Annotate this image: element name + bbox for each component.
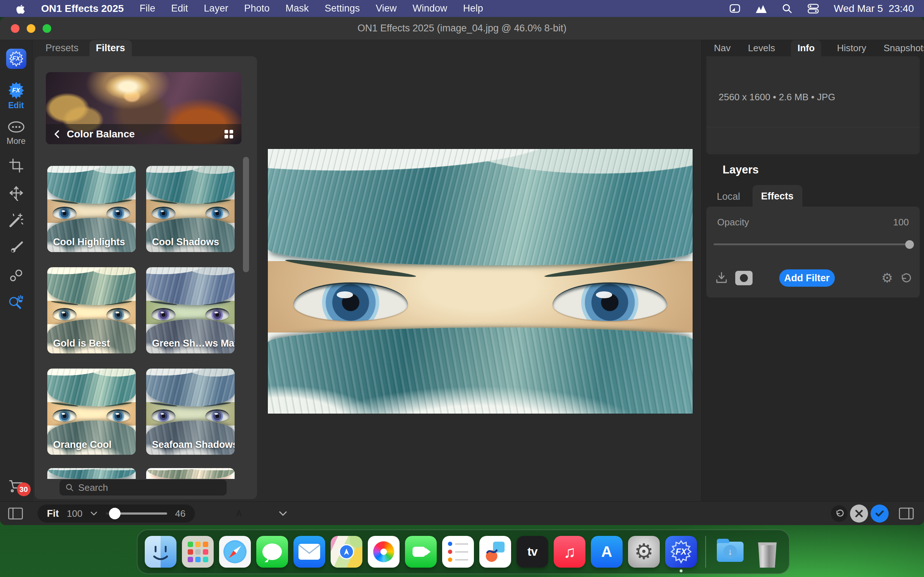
spotlight-search-icon[interactable]: [782, 3, 793, 14]
preset-label: Cool Highlights: [53, 237, 125, 248]
tool-edit[interactable]: FX Edit: [7, 81, 26, 110]
import-preset-icon[interactable]: [714, 271, 729, 285]
tab-info[interactable]: Info: [791, 40, 821, 56]
preset-cool-shadows[interactable]: Cool Shadows: [146, 166, 234, 252]
dock-app-store-icon[interactable]: A: [591, 536, 623, 567]
dock-maps-icon[interactable]: [331, 536, 362, 567]
menu-settings[interactable]: Settings: [325, 3, 360, 14]
view-options-chevron-icon[interactable]: [279, 511, 287, 516]
left-toolbar: FX FX Edit More: [0, 40, 32, 501]
mask-view-icon[interactable]: [735, 271, 753, 285]
menu-view[interactable]: View: [376, 3, 397, 14]
preset-label: Green Sh…ws Matte: [152, 338, 234, 349]
dock-freeform-icon[interactable]: [479, 536, 511, 567]
layers-heading: Layers: [723, 163, 759, 176]
toggle-right-panel-icon[interactable]: [899, 508, 914, 520]
photo-canvas-image[interactable]: [268, 149, 693, 414]
menu-edit[interactable]: Edit: [171, 3, 188, 14]
opacity-slider-handle[interactable]: [905, 240, 914, 249]
paint-mask-tool-icon[interactable]: [8, 239, 25, 256]
dock-downloads-icon[interactable]: [714, 536, 746, 567]
close-window-button[interactable]: [11, 24, 19, 33]
effects-controls: Opacity 100 Add Filter ⚙: [706, 206, 920, 298]
crop-tool-icon[interactable]: [8, 157, 25, 174]
tab-effects[interactable]: Effects: [753, 185, 802, 207]
filter-category-card[interactable]: Color Balance: [46, 72, 241, 144]
grid-view-icon[interactable]: [223, 129, 234, 140]
toggle-left-panel-icon[interactable]: [8, 508, 23, 520]
tab-history[interactable]: History: [835, 43, 868, 54]
reset-button[interactable]: [831, 505, 848, 522]
tool-more[interactable]: More: [6, 118, 25, 146]
tab-filters[interactable]: Filters: [89, 40, 132, 56]
preset-label: Gold is Best: [53, 338, 110, 349]
preset-orange-cool[interactable]: Orange Cool: [47, 369, 136, 455]
back-chevron-icon[interactable]: [53, 129, 61, 140]
refine-tool-icon[interactable]: [8, 266, 25, 284]
zoom-slider[interactable]: [106, 513, 168, 515]
menu-layer[interactable]: Layer: [204, 3, 228, 14]
filter-search[interactable]: [60, 480, 227, 495]
cart-badge: 30: [17, 482, 31, 496]
dock-safari-icon[interactable]: [219, 536, 251, 567]
preset-green-shadows-matte[interactable]: Green Sh…ws Matte: [146, 267, 234, 353]
search-input[interactable]: [78, 482, 221, 493]
zoom-pan-tool-icon[interactable]: [8, 294, 25, 311]
dock-music-icon[interactable]: [554, 536, 585, 567]
effects-reset-icon[interactable]: [900, 272, 912, 284]
screen-mirroring-icon[interactable]: [729, 3, 741, 15]
minimize-window-button[interactable]: [27, 24, 36, 33]
tab-presets[interactable]: Presets: [43, 43, 82, 54]
dock-photos-icon[interactable]: [368, 536, 399, 567]
menu-photo[interactable]: Photo: [244, 3, 270, 14]
preset-cool-highlights[interactable]: Cool Highlights: [47, 166, 136, 252]
dock-system-settings-icon[interactable]: [628, 536, 660, 567]
move-tool-icon[interactable]: [8, 184, 25, 201]
control-center-icon[interactable]: [807, 3, 819, 14]
filters-scrollbar[interactable]: [243, 157, 249, 272]
dock-on1-effects-icon[interactable]: FX: [665, 536, 697, 567]
magic-wand-tool-icon[interactable]: [8, 212, 25, 229]
zoom-controls: Fit 100 46: [37, 504, 195, 522]
dock-finder-icon[interactable]: [145, 536, 176, 567]
app-store-label: A: [601, 543, 612, 561]
fit-button[interactable]: Fit: [47, 508, 59, 519]
menu-clock[interactable]: Wed Mar 5 23:40: [834, 3, 914, 15]
opacity-slider[interactable]: [714, 243, 913, 245]
zoom-window-button[interactable]: [43, 24, 51, 33]
preset-gold-is-best[interactable]: Gold is Best: [47, 267, 136, 353]
dock-launchpad-icon[interactable]: [182, 536, 214, 567]
zoom-dropdown-chevron-icon[interactable]: [90, 511, 97, 516]
tab-levels[interactable]: Levels: [746, 43, 776, 54]
dock-reminders-icon[interactable]: [442, 536, 474, 567]
preset-partial-left[interactable]: [47, 468, 136, 479]
preset-seafoam-shadows[interactable]: Seafoam Shadows: [146, 369, 234, 455]
apple-menu-icon[interactable]: [16, 3, 25, 14]
dock-apple-tv-icon[interactable]: tv: [517, 536, 548, 567]
dock-mail-icon[interactable]: [294, 536, 325, 567]
tab-snapshots[interactable]: Snapshots: [882, 43, 924, 54]
cart-button[interactable]: 30: [8, 477, 25, 495]
menu-file[interactable]: File: [140, 3, 155, 14]
app-window: ON1 Effects 2025 (image_04.jpg @ 46.0% 8…: [0, 17, 924, 525]
zoom-percent-value: 46: [175, 508, 186, 519]
effects-settings-gear-icon[interactable]: ⚙: [881, 272, 893, 285]
canvas-area[interactable]: [259, 40, 701, 501]
apply-button[interactable]: [871, 504, 888, 522]
dock-separator: [705, 536, 706, 567]
dock-trash-icon[interactable]: [751, 536, 783, 567]
dock-messages-icon[interactable]: [256, 536, 288, 567]
cancel-button[interactable]: [850, 504, 868, 522]
zoom-slider-knob[interactable]: [109, 508, 121, 519]
dock-facetime-icon[interactable]: [405, 536, 437, 567]
mountains-icon[interactable]: [755, 3, 767, 14]
menu-help[interactable]: Help: [463, 3, 483, 14]
zoom-preset-value[interactable]: 100: [67, 508, 82, 519]
menu-mask[interactable]: Mask: [286, 3, 309, 14]
preset-partial-right[interactable]: [146, 468, 234, 479]
tab-nav[interactable]: Nav: [712, 43, 732, 54]
menu-window[interactable]: Window: [412, 3, 447, 14]
add-filter-button[interactable]: Add Filter: [779, 269, 835, 287]
tab-local[interactable]: Local: [713, 186, 744, 207]
menu-app-name[interactable]: ON1 Effects 2025: [41, 3, 124, 15]
